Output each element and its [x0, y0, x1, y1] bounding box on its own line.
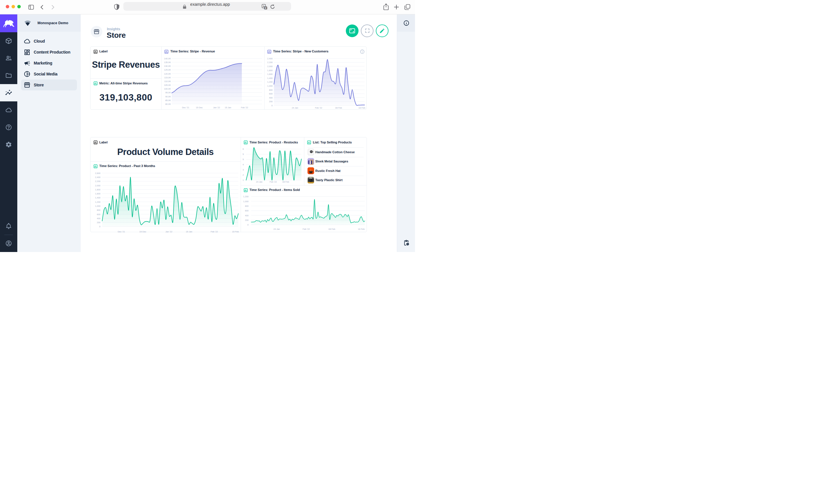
svg-text:2,400: 2,400 [95, 176, 100, 178]
svg-text:Feb '22: Feb '22 [315, 106, 322, 109]
svg-text:800: 800 [269, 89, 273, 91]
svg-text:24 Jan: 24 Jan [256, 180, 262, 183]
svg-text:2,600: 2,600 [95, 172, 100, 174]
svg-text:400: 400 [97, 217, 100, 220]
svg-text:1,200: 1,200 [95, 200, 100, 203]
svg-text:800: 800 [97, 209, 100, 211]
svg-text:3: 3 [243, 168, 244, 171]
svg-text:1,800: 1,800 [267, 69, 273, 71]
svg-text:600: 600 [245, 209, 248, 212]
svg-text:1,400: 1,400 [95, 196, 100, 199]
svg-text:Dec '21: Dec '21 [182, 106, 189, 109]
svg-text:105.0K: 105.0K [164, 84, 171, 87]
svg-text:15 Feb: 15 Feb [232, 230, 238, 233]
svg-text:130.0K: 130.0K [164, 65, 171, 67]
svg-text:0: 0 [247, 224, 248, 226]
svg-text:1,000: 1,000 [243, 200, 248, 202]
svg-text:400: 400 [245, 214, 248, 216]
svg-text:16 Feb: 16 Feb [358, 106, 365, 109]
svg-text:110.0K: 110.0K [164, 80, 171, 82]
svg-text:85.0K: 85.0K [165, 99, 171, 101]
svg-text:Jan '22: Jan '22 [165, 230, 172, 233]
svg-text:200: 200 [97, 221, 100, 224]
svg-text:200: 200 [269, 100, 273, 103]
svg-text:1: 1 [243, 179, 244, 181]
svg-text:08 Feb: 08 Feb [282, 180, 289, 183]
svg-text:1,200: 1,200 [243, 195, 248, 198]
svg-text:2,200: 2,200 [267, 61, 273, 64]
svg-text:2,400: 2,400 [267, 57, 273, 60]
svg-text:15 Dec: 15 Dec [139, 230, 146, 233]
svg-text:1,000: 1,000 [267, 85, 273, 87]
svg-text:400: 400 [269, 96, 273, 99]
svg-text:2,200: 2,200 [95, 180, 100, 182]
svg-text:Feb '22: Feb '22 [302, 228, 310, 230]
svg-text:80.0K: 80.0K [165, 103, 171, 105]
svg-text:Jan '22: Jan '22 [213, 106, 220, 109]
svg-text:1,600: 1,600 [95, 192, 100, 195]
svg-text:100.0K: 100.0K [164, 88, 171, 90]
svg-text:4: 4 [243, 163, 244, 166]
svg-text:90.0K: 90.0K [165, 95, 171, 98]
svg-text:1,200: 1,200 [267, 81, 273, 83]
svg-text:115.0K: 115.0K [164, 76, 171, 79]
svg-text:Dec '21: Dec '21 [118, 230, 125, 233]
svg-text:6: 6 [243, 148, 244, 150]
svg-text:2,000: 2,000 [267, 65, 273, 68]
svg-text:95.0K: 95.0K [165, 91, 171, 94]
svg-text:16 Feb: 16 Feb [358, 228, 364, 230]
svg-text:24 Jan: 24 Jan [273, 228, 280, 230]
svg-text:15 Jan: 15 Jan [186, 230, 192, 233]
svg-text:600: 600 [97, 213, 100, 215]
svg-text:120.0K: 120.0K [164, 72, 171, 75]
svg-text:1,400: 1,400 [267, 77, 273, 79]
svg-text:Feb '22: Feb '22 [241, 106, 248, 109]
svg-text:800: 800 [245, 205, 248, 207]
svg-text:5:0: 5:0 [310, 151, 312, 153]
svg-text:200: 200 [245, 219, 248, 222]
svg-text:2,000: 2,000 [95, 184, 100, 187]
svg-text:600: 600 [269, 93, 273, 95]
svg-text:135.0K: 135.0K [164, 61, 171, 64]
svg-text:5: 5 [243, 158, 244, 161]
svg-text:Feb '22: Feb '22 [269, 180, 277, 183]
svg-text:140.0K: 140.0K [164, 57, 171, 60]
svg-text:125.0K: 125.0K [164, 69, 171, 71]
svg-text:文: 文 [264, 7, 267, 9]
svg-text:1,000: 1,000 [95, 205, 100, 207]
svg-text:1,800: 1,800 [95, 188, 100, 191]
svg-text:0: 0 [99, 225, 100, 228]
svg-text:2: 2 [243, 174, 244, 176]
svg-text:08 Feb: 08 Feb [328, 228, 335, 230]
svg-text:15 Jan: 15 Jan [225, 106, 231, 109]
svg-text:15 Dec: 15 Dec [196, 106, 203, 109]
svg-text:0: 0 [271, 104, 272, 107]
svg-text:24 Jan: 24 Jan [292, 106, 298, 109]
svg-text:Feb '22: Feb '22 [211, 230, 218, 233]
svg-text:08 Feb: 08 Feb [335, 106, 342, 109]
svg-text:5: 5 [243, 153, 244, 156]
svg-text:1,600: 1,600 [267, 73, 273, 75]
